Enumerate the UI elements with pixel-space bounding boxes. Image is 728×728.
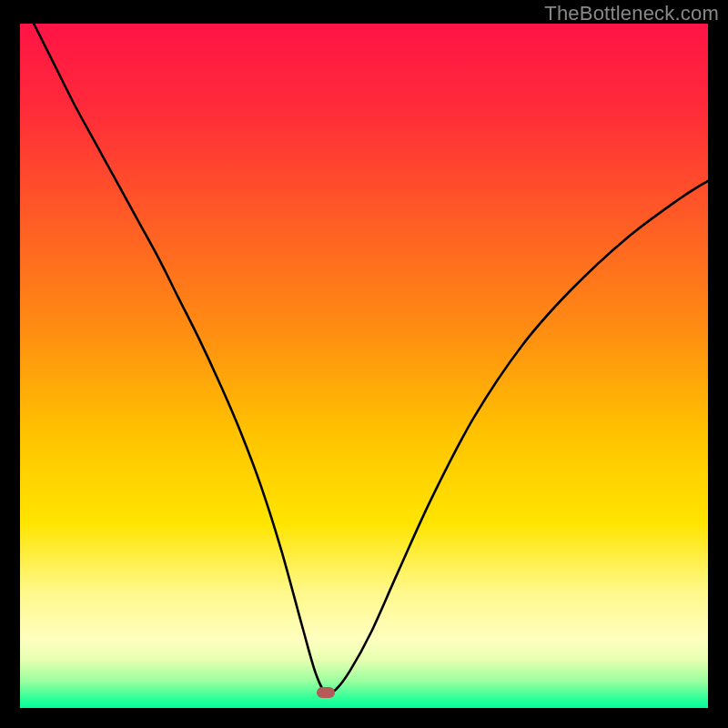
plot-area	[20, 24, 708, 708]
plot-svg	[20, 24, 708, 708]
gradient-background	[20, 24, 708, 708]
watermark-text: TheBottleneck.com	[544, 2, 719, 25]
chart-container: TheBottleneck.com	[0, 0, 728, 728]
optimal-marker	[317, 687, 335, 698]
